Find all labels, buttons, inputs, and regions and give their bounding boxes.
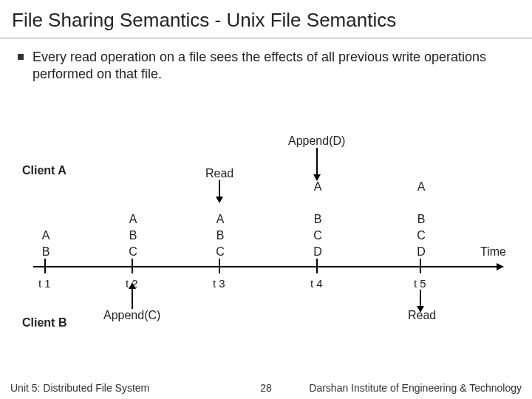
client-b-label: Client B <box>22 316 66 330</box>
cell-t5-1: B <box>412 213 430 226</box>
tick-label-t5: t 5 <box>414 277 426 290</box>
read-upper-arrow <box>219 180 220 198</box>
cell-t3-0: A <box>211 213 229 226</box>
cell-t4-2: C <box>309 229 327 242</box>
cell-t1-0: A <box>37 229 55 242</box>
cell-t5-3: D <box>412 245 430 259</box>
read-lower-label: Read <box>408 309 436 322</box>
cell-t2-0: A <box>124 213 142 226</box>
cell-t5-2: C <box>412 229 430 242</box>
bullet-text: Every read operation on a file sees the … <box>33 49 514 82</box>
footer-right: Darshan Institute of Engineering & Techn… <box>309 382 522 394</box>
read-upper-label: Read <box>205 167 233 180</box>
read-lower-arrow <box>420 290 421 307</box>
append-c-arrowhead <box>129 282 136 289</box>
diagram: Client A Append(D) Read A B A B C A B C … <box>0 118 532 340</box>
client-a-label: Client A <box>22 164 66 177</box>
bullet-marker <box>18 54 24 60</box>
cell-t4-1: B <box>309 213 327 226</box>
timeline-arrowhead <box>497 263 504 270</box>
cell-t3-1: B <box>211 229 229 242</box>
cell-t2-2: C <box>124 245 142 259</box>
tick-t1 <box>44 259 46 273</box>
cell-t1-1: B <box>37 245 55 259</box>
read-upper-arrowhead <box>216 197 223 203</box>
footer: Unit 5: Distributed File System 28 Darsh… <box>0 377 532 399</box>
footer-page: 28 <box>260 382 272 394</box>
append-c-label: Append(C) <box>103 309 160 322</box>
append-d-label: Append(D) <box>288 134 345 148</box>
slide-title: File Sharing Semantics - Unix File Seman… <box>0 0 532 38</box>
append-c-arrow <box>132 288 133 309</box>
tick-label-t4: t 4 <box>310 277 323 290</box>
bullet-row: Every read operation on a file sees the … <box>0 38 532 86</box>
append-d-arrow <box>316 148 318 176</box>
cell-t5-0: A <box>412 180 430 194</box>
footer-left: Unit 5: Distributed File System <box>10 382 149 394</box>
cell-t2-1: B <box>124 229 142 242</box>
cell-t4-0: A <box>309 180 327 194</box>
timeline-axis <box>33 266 499 267</box>
tick-t3 <box>219 259 220 273</box>
tick-label-t3: t 3 <box>213 277 225 290</box>
tick-t2 <box>132 259 133 273</box>
time-axis-label: Time <box>480 245 506 259</box>
cell-t3-2: C <box>211 245 229 259</box>
tick-t5 <box>420 259 421 273</box>
tick-t4 <box>316 259 318 273</box>
tick-label-t1: t 1 <box>38 277 51 290</box>
cell-t4-3: D <box>309 245 327 259</box>
